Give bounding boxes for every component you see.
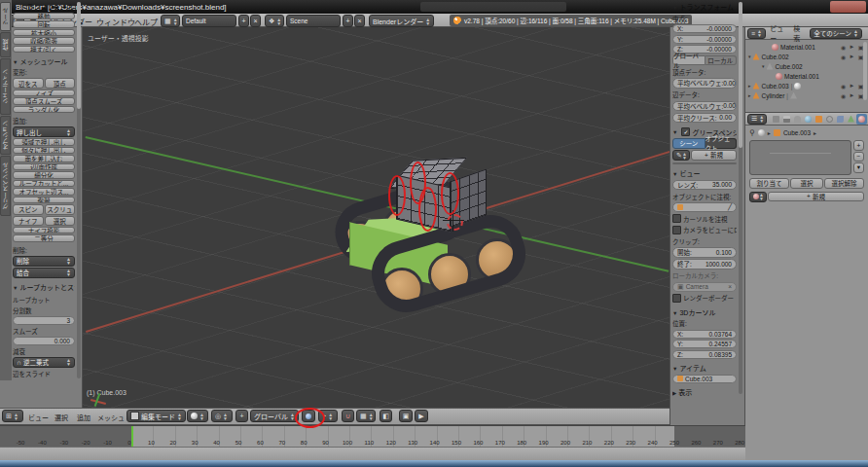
panel-header-transform[interactable]: ▼トランスフォーム (13, 2, 75, 12)
add-scene-button[interactable]: + (343, 15, 353, 27)
opengl-render-button[interactable]: ▣ (399, 410, 413, 422)
eyedropper-icon[interactable]: ╱ (728, 203, 732, 211)
expand-icon[interactable]: ▸ (748, 83, 751, 89)
button-knife-select[interactable]: 選択 (45, 216, 76, 227)
button-loop-cut-slide[interactable]: ループカットと... (13, 180, 75, 187)
panel-header-item[interactable]: ▼アイテム (672, 363, 737, 373)
field-bevel-weight-edge[interactable]: 平均ベベルウェ:0.00 (672, 101, 737, 112)
button-noise[interactable]: ノイズ (13, 90, 75, 96)
toggle-global[interactable]: グローバル (672, 55, 705, 66)
outliner-row-material2[interactable]: Material.001 (748, 71, 865, 81)
toggle-gp-object[interactable]: オブジェクト (705, 138, 738, 149)
field-cursor-z[interactable]: Z:0.08395 (672, 350, 737, 359)
tab-render-layers[interactable] (781, 114, 792, 125)
panel-header-3d-cursor[interactable]: ▼3Dカーソル (672, 307, 737, 317)
button-rotate[interactable]: 回転 (13, 20, 75, 27)
timeline-ruler[interactable]: -50-40-30-20-100102030405060708090100110… (0, 426, 745, 447)
field-smoothness[interactable]: 0.000 (13, 337, 75, 345)
button-push-pull[interactable]: 押す/引く (13, 46, 75, 53)
shelf-scrollbar-thumb[interactable] (77, 2, 81, 109)
checkbox-render-border[interactable]: レンダーボーダー (672, 293, 737, 303)
outliner-scrollbar[interactable] (863, 42, 867, 100)
button-scale[interactable]: 拡大縮小 (13, 29, 75, 36)
expand-icon[interactable]: ▾ (762, 63, 765, 69)
cursor-icon[interactable]: ► (848, 92, 856, 99)
expand-icon[interactable]: ▾ (748, 54, 751, 59)
field-lock-object[interactable]: ╱ (672, 202, 737, 212)
field-item-name[interactable]: Cube.003 (672, 375, 737, 383)
panel-header-display[interactable]: ▶表示 (672, 387, 737, 396)
npanel-scrollbar-thumb[interactable] (739, 2, 742, 148)
menu-select[interactable]: 選択 (54, 413, 68, 422)
deselect-button[interactable]: 選択解除 (824, 178, 864, 189)
viewport-3d[interactable]: ユーザー・透視投影 (1) Cube.003 (83, 27, 669, 408)
menu-help[interactable]: ヘルプ (134, 17, 158, 27)
gpencil-draw-dropdown[interactable]: ✎▲▼ (672, 150, 690, 161)
menu-window[interactable]: ウィンドウ (96, 17, 135, 27)
shelf-tab-tools[interactable]: ツール (0, 2, 11, 31)
field-crease[interactable]: 平均クリース:0.00 (672, 113, 737, 124)
button-edge-slide[interactable]: 辺をス (13, 78, 44, 89)
manipulator-toggle[interactable]: + (235, 410, 248, 422)
button-extrude-region[interactable]: 領域で押し出し (13, 138, 75, 145)
button-randomize[interactable]: ランダム化 (13, 106, 75, 113)
field-clip-end[interactable]: 終了:1000.000 (672, 259, 737, 269)
field-median-x[interactable]: X:-0.00000 (672, 24, 737, 33)
button-shrink-fatten[interactable]: 収縮/膨張 (13, 37, 75, 44)
falloff-dropdown[interactable]: ∩逆二乗式▲▼ (13, 357, 75, 368)
button-extrude-individual[interactable]: 個々に押し出し (13, 147, 75, 154)
field-bevel-weight-vertex[interactable]: 平均ベベルウェ:0.00 (672, 78, 737, 89)
screen-layout-icon-dropdown[interactable]: ▦▲▼ (161, 15, 180, 27)
properties-editor-type[interactable]: ☰▲▼ (747, 114, 767, 125)
assign-button[interactable]: 割り当て (749, 178, 789, 189)
gpencil-new-button[interactable]: +新規 (691, 150, 737, 161)
snap-target-button[interactable]: ◧ (380, 410, 392, 422)
outliner-row-material[interactable]: Material.001 ◉►▣ (748, 42, 865, 52)
button-move[interactable]: 移動 (13, 13, 75, 19)
cursor-icon[interactable]: ► (848, 54, 856, 60)
merge-dropdown[interactable]: 結合▲▼ (13, 268, 75, 278)
shelf-tab-create[interactable]: 作成 (0, 32, 11, 57)
scene-field[interactable]: Scene (286, 15, 341, 27)
render-engine-dropdown[interactable]: Blenderレンダー▲▼ (369, 15, 434, 27)
button-screw[interactable]: スクリュ (45, 204, 76, 215)
field-cursor-x[interactable]: X:0.03764 (672, 330, 737, 339)
shelf-tab-shading-uv[interactable]: シェーディング/UV (0, 58, 11, 115)
gpencil-checkbox[interactable]: ✓ (681, 127, 690, 136)
outliner-row-object[interactable]: ▾ Cube.002 ◉►▣ (748, 52, 865, 61)
eye-icon[interactable]: ◉ (839, 44, 848, 51)
cursor-icon[interactable]: ► (848, 44, 856, 51)
button-inset-faces[interactable]: 面を差し込む (13, 155, 75, 162)
delete-layout-button[interactable]: × (250, 15, 261, 27)
button-bisect[interactable]: 二等分 (13, 234, 75, 241)
material-new-button[interactable]: +新規 (768, 192, 864, 202)
panel-header-mesh-tools[interactable]: ▼メッシュツール (13, 56, 75, 66)
breadcrumb-object-name[interactable]: Cube.003 (783, 129, 811, 136)
panel-header-np-transform[interactable]: ▼トランスフォーム (672, 2, 737, 12)
outliner-editor-type[interactable]: ≡▲▼ (747, 28, 766, 39)
toggle-gp-scene[interactable]: シーン (672, 138, 705, 149)
outliner-menu-view[interactable]: ビュー (770, 23, 789, 43)
field-cursor-y[interactable]: Y:0.24557 (672, 340, 737, 348)
button-knife-project[interactable]: ナイフ投影 (13, 227, 75, 234)
eye-icon[interactable]: ◉ (839, 92, 848, 99)
tab-world[interactable] (803, 114, 814, 125)
current-frame-marker[interactable] (131, 426, 133, 447)
snap-toggle[interactable]: ∪ (342, 410, 354, 422)
slot-specials-button[interactable]: ▾ (853, 162, 864, 173)
gpencil-new-layer-button[interactable]: 新規レイヤー (672, 162, 737, 164)
slot-remove-button[interactable]: − (853, 152, 864, 162)
delete-scene-button[interactable]: × (354, 15, 365, 27)
eye-icon[interactable]: ◉ (839, 54, 848, 60)
tab-material[interactable] (856, 114, 867, 125)
viewport-shading-dropdown[interactable]: ▲▼ (187, 410, 208, 422)
field-number-of-cuts[interactable]: 3 (13, 316, 75, 325)
add-layout-button[interactable]: + (238, 15, 249, 27)
view3d-editor-type[interactable]: ⊞▲▼ (2, 410, 23, 422)
outliner-filter-dropdown[interactable]: 全てのシーン▲▼ (810, 28, 862, 39)
button-duplicate[interactable]: 複製 (13, 197, 75, 203)
button-offset-edge-slide[interactable]: オフセット辺ス... (13, 188, 75, 195)
opengl-render-anim-button[interactable]: ▶ (415, 410, 428, 422)
menu-view[interactable]: ビュー (28, 413, 49, 422)
tab-modifiers[interactable] (835, 114, 846, 125)
